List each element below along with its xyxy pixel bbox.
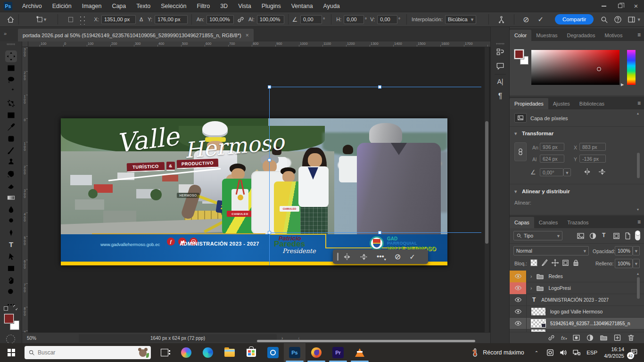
cancel-transform-button[interactable]: ⊘ — [523, 15, 529, 24]
prop-flip-vertical-icon[interactable] — [598, 168, 606, 176]
transform-tool-icon[interactable] — [36, 16, 44, 24]
magic-wand-tool[interactable] — [7, 87, 16, 96]
lock-transparent-pixels-icon[interactable] — [530, 259, 537, 266]
lock-position-icon[interactable] — [551, 259, 559, 267]
vertical-ruler[interactable]: 3 0 02 0 01 0 001 0 02 0 03 0 04 0 05 0 … — [22, 47, 28, 332]
transform-section-chevron-icon[interactable]: ▾ — [514, 131, 517, 137]
search-input[interactable] — [38, 349, 118, 356]
menu-archivo[interactable]: Archivo — [17, 0, 47, 12]
weather-text[interactable]: Récord máximo — [483, 349, 524, 356]
width-input[interactable]: 100,00% — [206, 15, 234, 24]
height-input[interactable]: 100,00% — [257, 15, 284, 24]
filter-adjustment-layers-icon[interactable] — [589, 232, 597, 240]
filter-type-layers-icon[interactable]: T — [602, 232, 605, 239]
filter-smart-objects-icon[interactable] — [624, 232, 632, 240]
cancel-icon[interactable]: ⊘ — [395, 252, 401, 261]
fill-chevron-icon[interactable]: ▾ — [633, 259, 640, 268]
transform-section-header[interactable]: Transformar — [522, 131, 553, 136]
floating-bar-grip[interactable] — [337, 253, 339, 261]
layer-thumbnail[interactable] — [531, 308, 545, 315]
color-foreground-swatch[interactable] — [514, 49, 524, 59]
tab-capas[interactable]: Capas — [510, 217, 534, 228]
marquee-tool[interactable] — [7, 64, 16, 73]
skew-h-input[interactable]: 0,00 — [344, 15, 364, 24]
properties-panel-menu-icon[interactable]: ≡ — [634, 97, 644, 109]
file-explorer-button[interactable] — [219, 343, 240, 362]
quick-mask-icon[interactable] — [6, 335, 15, 344]
tools-grip[interactable] — [7, 43, 15, 45]
adjustment-layer-icon[interactable] — [586, 334, 594, 342]
blur-tool[interactable] — [7, 205, 16, 214]
commit-transform-button[interactable]: ✓ — [537, 15, 544, 24]
tab-color[interactable]: Color — [510, 30, 531, 41]
lasso-tool[interactable] — [7, 75, 16, 84]
tab-ajustes[interactable]: Ajustes — [548, 98, 575, 109]
layer-row-logo-gad[interactable]: logo gad Valle Hermoso — [510, 306, 644, 318]
language-indicator[interactable]: ESP — [586, 350, 597, 355]
skew-v-input[interactable]: 0,00 — [377, 15, 397, 24]
color-picker-cursor[interactable] — [597, 67, 601, 71]
dock-grip[interactable] — [496, 43, 504, 45]
layer-effects-icon[interactable]: fx▾ — [561, 335, 567, 341]
close-button[interactable]: × — [628, 0, 644, 12]
zoom-level[interactable]: 50% — [27, 336, 36, 341]
menu-ayuda[interactable]: Ayuda — [318, 0, 345, 12]
transform-handle-top-left[interactable] — [268, 85, 271, 89]
prop-angle-chevron-icon[interactable]: ▾ — [563, 168, 571, 176]
restore-button[interactable] — [612, 0, 628, 12]
frame-tool[interactable] — [7, 111, 16, 120]
bing-daily-bear-image[interactable] — [138, 347, 148, 358]
y-input[interactable]: 176,00 px — [155, 15, 188, 24]
vlc-button[interactable] — [349, 343, 371, 362]
menu-filtro[interactable]: Filtro — [191, 0, 215, 12]
menu-seleccion[interactable]: Selección — [156, 0, 191, 12]
menu-ventana[interactable]: Ventana — [286, 0, 318, 12]
layer-name[interactable]: Redes — [549, 273, 563, 279]
paragraph-panel-icon[interactable]: ¶ — [496, 92, 504, 100]
move-tool[interactable] — [7, 52, 16, 61]
x-input[interactable]: 1351,00 px — [101, 15, 136, 24]
layer-name[interactable]: 519426149_62357...130496271855_n — [550, 321, 630, 326]
lock-image-pixels-icon[interactable] — [541, 259, 549, 267]
canvas-document[interactable]: 222 HERMOSO CHIBULEO CHIBULEO — [61, 118, 447, 265]
dodge-tool[interactable] — [7, 217, 16, 226]
healing-patch-tool[interactable] — [7, 134, 16, 143]
copilot-button[interactable] — [175, 343, 197, 362]
puppet-warp-icon[interactable] — [497, 16, 505, 24]
eyedropper-tool[interactable] — [7, 123, 16, 132]
delete-layer-icon[interactable] — [627, 334, 635, 342]
relative-position-delta-icon[interactable]: Δ — [140, 16, 143, 22]
prop-h-field[interactable]: 624 px — [540, 155, 564, 163]
opacity-chevron-icon[interactable]: ▾ — [633, 246, 640, 255]
tab-degradados[interactable]: Degradados — [562, 30, 600, 41]
group-expand-icon[interactable]: › — [530, 285, 532, 291]
taskbar-search[interactable] — [25, 346, 151, 359]
layer-name[interactable]: LogoPresi — [549, 285, 571, 291]
history-panel-icon[interactable] — [496, 48, 504, 56]
screen-clip-tray-icon[interactable] — [546, 348, 554, 357]
align-section-header[interactable]: Alinear y distribuir — [522, 189, 570, 194]
layer-row-text[interactable]: T ADMINISTRACIÓN 2023 - 2027 — [510, 294, 644, 306]
eye-icon[interactable] — [514, 272, 522, 280]
transform-handle-bottom-center[interactable] — [378, 231, 381, 234]
flip-horizontal-icon[interactable] — [343, 253, 351, 261]
angle-input[interactable]: 0,00 — [300, 15, 322, 24]
layers-scroll-up-icon[interactable]: ▴ — [637, 272, 639, 276]
eye-icon[interactable] — [514, 284, 522, 292]
reference-point-grid-icon[interactable] — [78, 14, 87, 25]
align-section-chevron-icon[interactable]: ▾ — [514, 189, 517, 195]
layer-name[interactable]: logo gad Valle Hermoso — [550, 309, 603, 314]
layer-row-redes[interactable]: › Redes — [510, 271, 644, 282]
filter-shape-layers-icon[interactable] — [612, 232, 620, 240]
new-layer-icon[interactable] — [613, 334, 621, 342]
prop-x-field[interactable]: 883 px — [579, 143, 606, 151]
minimize-button[interactable] — [596, 0, 612, 12]
maintain-aspect-link-icon[interactable] — [237, 16, 245, 24]
notification-center-button[interactable]: 42 — [630, 348, 639, 357]
tool-preset-chevron-icon[interactable]: ▾ — [44, 16, 47, 23]
volume-icon[interactable] — [559, 348, 568, 357]
help-icon[interactable] — [614, 16, 622, 24]
add-mask-icon[interactable] — [572, 334, 580, 342]
default-colors-icon[interactable] — [4, 306, 8, 311]
props-scroll-down-icon[interactable]: ▾ — [637, 207, 639, 212]
